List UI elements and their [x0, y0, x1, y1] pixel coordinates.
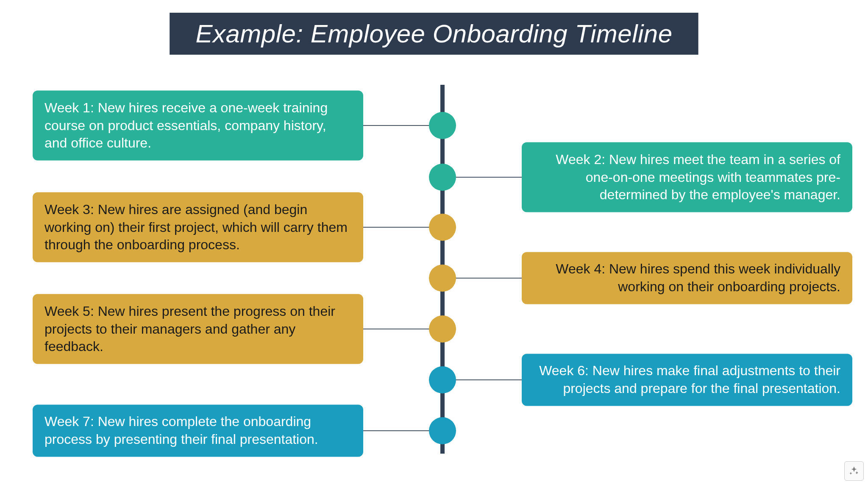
sparkle-icon[interactable]	[844, 461, 864, 481]
timeline-container: Week 1: New hires receive a one-week tra…	[0, 85, 868, 462]
timeline-connector	[363, 329, 429, 329]
timeline-dot	[429, 366, 456, 393]
timeline-card: Week 6: New hires make final adjustments…	[522, 354, 852, 406]
timeline-row: Week 7: New hires complete the onboardin…	[0, 431, 868, 456]
timeline-row: Week 6: New hires make final adjustments…	[0, 380, 868, 405]
timeline-row: Week 5: New hires present the progress o…	[0, 329, 868, 354]
timeline-connector	[456, 278, 522, 279]
timeline-dot	[429, 265, 456, 292]
timeline-card: Week 7: New hires complete the onboardin…	[33, 404, 363, 457]
sparkle-icon-glyph	[849, 465, 860, 477]
timeline-dot	[429, 164, 456, 191]
timeline-card: Week 2: New hires meet the team in a ser…	[522, 142, 852, 212]
timeline-connector	[363, 430, 429, 431]
timeline-card: Week 5: New hires present the progress o…	[33, 294, 363, 364]
timeline-dot	[429, 417, 456, 444]
timeline-card: Week 1: New hires receive a one-week tra…	[33, 91, 363, 161]
timeline-card: Week 4: New hires spend this week indivi…	[522, 252, 852, 304]
timeline-dot	[429, 214, 456, 241]
slide-title: Example: Employee Onboarding Timeline	[170, 13, 698, 55]
timeline-row: Week 3: New hires are assigned (and begi…	[0, 227, 868, 253]
timeline-connector	[363, 125, 429, 126]
timeline-dot	[429, 315, 456, 343]
timeline-connector	[363, 227, 429, 228]
timeline-card: Week 3: New hires are assigned (and begi…	[33, 192, 363, 262]
timeline-connector	[456, 379, 522, 380]
timeline-connector	[456, 177, 522, 178]
timeline-dot	[429, 112, 456, 139]
